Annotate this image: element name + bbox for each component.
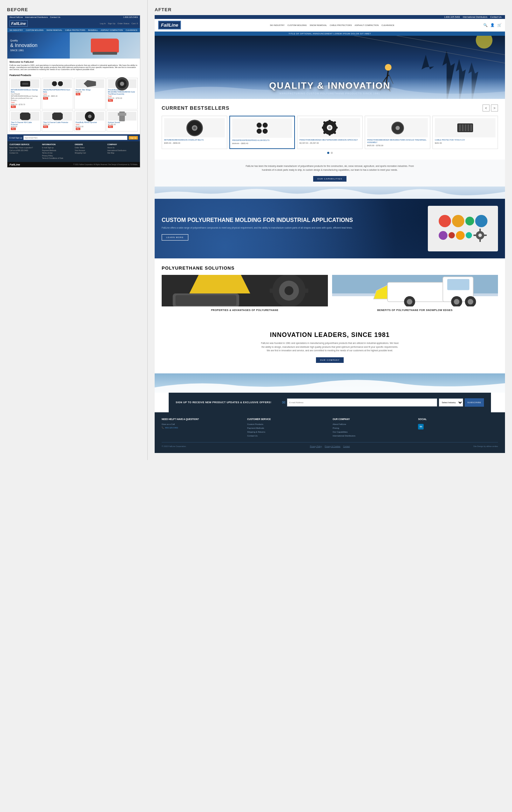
before-main-nav: SKI INDUSTRY CUSTOM MOLDING SNOW REMOVAL… <box>7 28 140 32</box>
order-status-link[interactable]: Order Status <box>117 22 129 25</box>
contact-footer-link[interactable]: Contact <box>343 445 350 447</box>
footer-link[interactable]: Call us at 800.325.5463 <box>9 149 40 152</box>
buy-button[interactable]: Buy <box>108 99 113 102</box>
buy-button[interactable]: Buy <box>108 126 113 128</box>
signup-link[interactable]: Sign Up <box>108 22 115 25</box>
footer-link[interactable]: Shopping Cart <box>75 152 105 155</box>
dot-2[interactable] <box>331 152 333 154</box>
capabilities-button[interactable]: OUR CAPABILITIES <box>313 176 346 182</box>
product-image <box>367 118 428 137</box>
footer-link[interactable]: Payment Methods <box>247 426 327 430</box>
copyright-text: © 2021 Fallline Corporation. All Rights … <box>73 164 138 165</box>
footer-link[interactable]: Site Map <box>107 152 138 155</box>
email-submit-button[interactable]: Sign Up <box>129 136 138 140</box>
innovation-title: INNOVATION LEADERS, SINCE 1981 <box>162 331 498 339</box>
contact-link[interactable]: Contact Us <box>490 16 501 18</box>
footer-link[interactable]: International Distributors <box>107 149 138 152</box>
nav-asphalt[interactable]: ASPHALT COMPACTION <box>101 29 123 31</box>
about-fallline-link[interactable]: About FallLine <box>9 16 23 18</box>
footer-link[interactable]: Custom Products <box>247 422 327 426</box>
footer-link[interactable]: E-mail Sign-up <box>42 147 73 149</box>
privacy-cookies-link[interactable]: Privacy & Cookies <box>325 445 341 447</box>
login-link[interactable]: Log In <box>100 22 106 25</box>
contact-link[interactable]: Contact Us <box>50 16 60 18</box>
phone-value: 800.325.5463 <box>165 427 178 429</box>
footer-link[interactable]: Contact Us <box>9 152 40 155</box>
buy-button[interactable]: Buy <box>76 93 81 95</box>
dot-1[interactable] <box>327 152 329 154</box>
nav-cable-protectors[interactable]: CABLE PROTECTORS <box>330 23 352 27</box>
footer-link[interactable]: Terms of Use <box>42 152 73 155</box>
svg-rect-55 <box>303 289 308 293</box>
svg-point-24 <box>336 127 338 129</box>
nav-asphalt[interactable]: ASPHALT COMPACTION <box>355 23 379 27</box>
buy-button[interactable]: Buy <box>43 126 48 128</box>
footer-link[interactable]: Our Capabilities <box>333 430 413 434</box>
footer-link[interactable]: International Distributors <box>333 434 413 438</box>
our-company-button[interactable]: OUR COMPANY <box>316 357 344 363</box>
next-arrow[interactable]: > <box>491 104 498 111</box>
product-name[interactable]: 8875/8B350/BR400/BISON OVERLAP BELTS <box>164 139 225 141</box>
footer-link[interactable]: About Us <box>107 147 138 149</box>
section-header: CURRENT BESTSELLERS < > <box>162 104 498 111</box>
nav-ski-industry[interactable]: SKI INDUSTRY <box>270 23 285 27</box>
buy-button[interactable]: Buy <box>11 128 16 130</box>
product-name[interactable]: PRINOTH/BOMBARDIER 8B275/PB250/BR-05/BIS… <box>299 139 360 141</box>
nav-custom-molding[interactable]: CUSTOM MOLDING <box>26 29 43 31</box>
newsletter-email-input[interactable] <box>287 398 437 407</box>
poly-product-darkred <box>449 232 455 238</box>
carousel-nav: < > <box>483 104 498 111</box>
svg-rect-61 <box>447 279 469 290</box>
footer-link[interactable]: Need Help? Have a question? <box>9 147 40 149</box>
innovation-desc: FallLine was founded in 1981 and special… <box>260 341 400 352</box>
search-icon[interactable]: 🔍 <box>483 23 487 27</box>
poly-product-blue <box>475 215 487 227</box>
cart-icon[interactable]: 🛒 <box>497 23 501 27</box>
footer-link[interactable]: Payment Methods <box>42 149 73 152</box>
nav-clearance[interactable]: CLEARANCE <box>382 23 395 27</box>
product-name[interactable]: 8875/8B350/BR400/Bison Overlap Belts <box>11 89 39 93</box>
privacy-policy-link[interactable]: Privacy Policy <box>310 445 322 447</box>
nav-baseball[interactable]: BASEBALL <box>88 29 98 31</box>
linkedin-icon[interactable]: in <box>418 424 424 429</box>
prev-arrow[interactable]: < <box>483 104 490 111</box>
footer-link[interactable]: Privacy Policy <box>42 155 73 157</box>
poly-product-red <box>439 215 451 227</box>
before-hero-image <box>70 32 140 59</box>
product-name[interactable]: PRINOTH/BOMBARDIER 8B350/BR275/BR-04/SOL… <box>367 139 428 144</box>
email-input[interactable] <box>23 136 127 140</box>
featured-title: Featured Products <box>9 74 138 76</box>
buy-button[interactable]: Buy <box>11 106 16 108</box>
footer-link[interactable]: Terms & Conditions of Sale <box>42 157 73 160</box>
footer-link[interactable]: Contact Us <box>247 434 327 438</box>
intl-dist-link[interactable]: International Distributors <box>463 16 487 18</box>
intl-dist-link[interactable]: International Distributors <box>25 16 48 18</box>
product-name[interactable]: Titan 5-Channel 45A Cable Protector <box>11 121 39 126</box>
footer-col-service: CUSTOMER SERVICE Custom Products Payment… <box>247 418 327 438</box>
product-name[interactable]: CABLE PROTECTOR TITAN 5-CH <box>435 139 496 141</box>
footer-link[interactable]: Pricing <box>333 426 413 430</box>
price-low: $495.00 <box>164 142 171 144</box>
learn-more-button[interactable]: LEARN MORE <box>162 234 188 241</box>
footer-link[interactable]: About FallLine <box>333 422 413 426</box>
nav-custom-molding[interactable]: CUSTOM MOLDING <box>287 23 307 27</box>
after-main-nav: SKI INDUSTRY CUSTOM MOLDING SNOW REMOVAL… <box>184 23 480 27</box>
buy-button[interactable]: Buy <box>43 97 48 100</box>
footer-link[interactable]: Shipping & Returns <box>247 430 327 434</box>
nav-snow-removal[interactable]: SNOW REMOVAL <box>310 23 327 27</box>
buy-button[interactable]: Buy <box>76 128 81 130</box>
mountain-divider <box>155 187 505 199</box>
nav-snow-removal[interactable]: SNOW REMOVAL <box>46 29 62 31</box>
footer-link[interactable]: Order Status <box>75 147 105 149</box>
footer-link[interactable]: Your Account <box>75 149 105 152</box>
cart-link[interactable]: Cart: 0 <box>132 22 138 25</box>
give-call-link[interactable]: Give us a Call <box>162 422 242 426</box>
product-name[interactable]: PB200/PB240/PB260/PB400 Alum Belts <box>43 89 72 93</box>
subscribe-button[interactable]: SUBSCRIBE <box>465 398 484 407</box>
product-name[interactable]: PB200/PB240/PB260/PB400 ALUM BOLTS <box>232 139 292 142</box>
account-icon[interactable]: 👤 <box>490 23 494 27</box>
industry-select[interactable]: Select Industry <box>439 398 463 407</box>
nav-cable-protectors[interactable]: CABLE PROTECTORS <box>65 29 85 31</box>
nav-clearance[interactable]: CLEARANCE <box>126 29 137 31</box>
nav-ski-industry[interactable]: SKI INDUSTRY <box>9 29 23 31</box>
